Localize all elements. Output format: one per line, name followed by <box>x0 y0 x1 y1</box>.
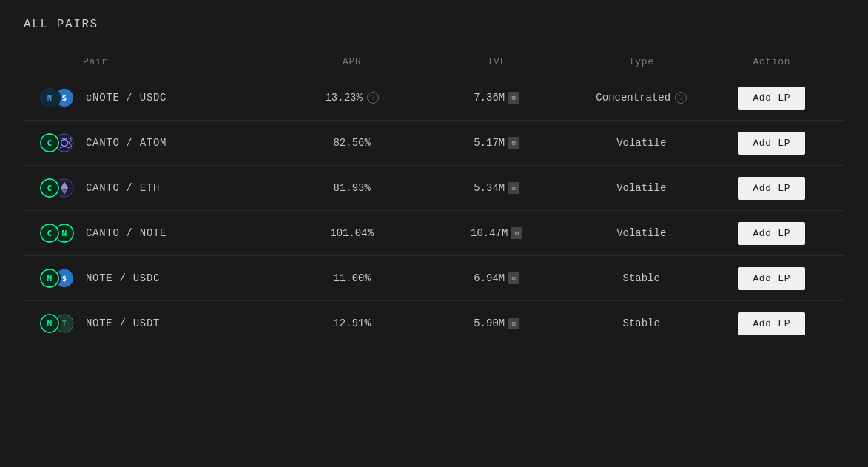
tvl-icon: ⊠ <box>511 227 522 239</box>
token-icon-first: N <box>38 312 61 335</box>
svg-text:N: N <box>47 274 53 283</box>
svg-text:$: $ <box>62 274 67 283</box>
apr-cell: 82.56% <box>280 137 425 149</box>
tvl-cell: 5.34M ⊠ <box>424 182 569 194</box>
action-cell: Add LP <box>714 87 830 110</box>
pair-cell: N T NOTE / USDT <box>38 312 280 335</box>
table-header: Pair APR TVL Type Action <box>24 49 844 75</box>
header-tvl: TVL <box>424 56 569 67</box>
tvl-cell: 7.36M ⊠ <box>424 92 569 104</box>
tvl-icon: ⊠ <box>508 137 519 149</box>
tvl-icon: ⊠ <box>508 318 519 329</box>
header-action: Action <box>714 56 830 67</box>
pair-name: CANTO / NOTE <box>86 227 166 239</box>
type-value: Volatile <box>616 227 666 239</box>
page-title: ALL PAIRS <box>24 18 844 31</box>
tvl-cell: 6.94M ⊠ <box>424 272 569 284</box>
tvl-icon: ⊠ <box>508 182 519 194</box>
svg-text:C: C <box>47 138 53 148</box>
apr-cell: 13.23% ? <box>280 92 425 104</box>
apr-value: 11.00% <box>333 272 370 284</box>
table-row: N $ NOTE / USDC 11.00% 6.94M ⊠ Stable Ad… <box>24 256 844 301</box>
pair-icons: N $ <box>38 86 77 110</box>
pair-cell: C N CANTO / NOTE <box>38 221 280 245</box>
type-value: Volatile <box>616 137 666 149</box>
pair-name: NOTE / USDT <box>86 318 160 329</box>
apr-value: 13.23% <box>325 92 362 104</box>
svg-text:N: N <box>47 319 53 329</box>
svg-text:C: C <box>47 229 53 238</box>
action-cell: Add LP <box>714 132 830 155</box>
tvl-cell: 5.17M ⊠ <box>424 137 569 149</box>
apr-cell: 101.04% <box>280 227 425 239</box>
pair-name: NOTE / USDC <box>86 272 160 284</box>
token-icon-first: C <box>38 132 61 154</box>
pair-icons: C <box>38 176 77 200</box>
token-icon-first: C <box>38 177 61 199</box>
tvl-value: 10.47M <box>471 227 508 239</box>
pair-icons: N $ <box>38 266 77 290</box>
type-value: Concentrated <box>596 92 670 104</box>
table-body: N $ cNOTE / USDC 13.23% ? 7.36M ⊠ Concen… <box>24 75 844 346</box>
add-lp-button[interactable]: Add LP <box>738 312 805 335</box>
apr-value: 12.91% <box>333 318 370 329</box>
action-cell: Add LP <box>714 222 830 245</box>
svg-text:N: N <box>62 229 67 238</box>
apr-cell: 81.93% <box>280 182 425 194</box>
header-apr: APR <box>280 56 425 67</box>
apr-value: 101.04% <box>330 227 374 239</box>
tvl-value: 5.17M <box>474 137 505 149</box>
type-value: Stable <box>623 318 660 329</box>
apr-help-icon[interactable]: ? <box>367 92 379 104</box>
pair-name: CANTO / ETH <box>86 182 160 194</box>
type-cell: Stable <box>569 272 714 284</box>
pair-name: CANTO / ATOM <box>86 137 166 149</box>
header-type: Type <box>569 56 714 67</box>
pair-name: cNOTE / USDC <box>86 92 166 104</box>
action-cell: Add LP <box>714 312 830 335</box>
type-cell: Concentrated ? <box>569 92 714 104</box>
tvl-icon: ⊠ <box>508 272 519 284</box>
type-help-icon[interactable]: ? <box>675 92 687 104</box>
pair-icons: C N <box>38 221 77 245</box>
tvl-value: 6.94M <box>474 272 505 284</box>
pair-cell: N $ NOTE / USDC <box>38 266 280 290</box>
tvl-value: 7.36M <box>474 92 505 104</box>
add-lp-button[interactable]: Add LP <box>738 177 805 200</box>
pair-cell: N $ cNOTE / USDC <box>38 86 280 110</box>
svg-text:$: $ <box>62 93 67 103</box>
tvl-icon: ⊠ <box>508 92 519 104</box>
add-lp-button[interactable]: Add LP <box>738 267 805 290</box>
header-pair: Pair <box>38 56 280 67</box>
add-lp-button[interactable]: Add LP <box>738 132 805 155</box>
token-icon-first: C <box>38 222 61 244</box>
action-cell: Add LP <box>714 267 830 290</box>
pair-icons: N T <box>38 312 77 335</box>
type-value: Stable <box>623 272 660 284</box>
apr-value: 82.56% <box>333 137 370 149</box>
table-row: N $ cNOTE / USDC 13.23% ? 7.36M ⊠ Concen… <box>24 75 844 121</box>
action-cell: Add LP <box>714 177 830 200</box>
type-value: Volatile <box>616 182 666 194</box>
table-row: C CANTO / ETH 81.93% 5.34M ⊠ Volatile Ad… <box>24 166 844 211</box>
tvl-value: 5.90M <box>474 318 505 329</box>
svg-text:C: C <box>47 184 53 193</box>
type-cell: Volatile <box>569 182 714 194</box>
svg-text:T: T <box>62 319 67 328</box>
main-container: ALL PAIRS Pair APR TVL Type Action N $ <box>0 0 868 364</box>
table-row: N T NOTE / USDT 12.91% 5.90M ⊠ Stable Ad… <box>24 301 844 346</box>
apr-cell: 12.91% <box>280 318 425 329</box>
type-cell: Volatile <box>569 137 714 149</box>
add-lp-button[interactable]: Add LP <box>738 222 805 245</box>
pair-cell: C CANTO / ATOM <box>38 131 280 155</box>
type-cell: Volatile <box>569 227 714 239</box>
tvl-value: 5.34M <box>474 182 505 194</box>
add-lp-button[interactable]: Add LP <box>738 87 805 110</box>
pair-cell: C CANTO / ETH <box>38 176 280 200</box>
svg-text:N: N <box>47 93 52 102</box>
pair-icons: C <box>38 131 77 155</box>
apr-value: 81.93% <box>333 182 370 194</box>
tvl-cell: 10.47M ⊠ <box>424 227 569 239</box>
type-cell: Stable <box>569 318 714 329</box>
token-icon-first: N <box>38 87 61 109</box>
